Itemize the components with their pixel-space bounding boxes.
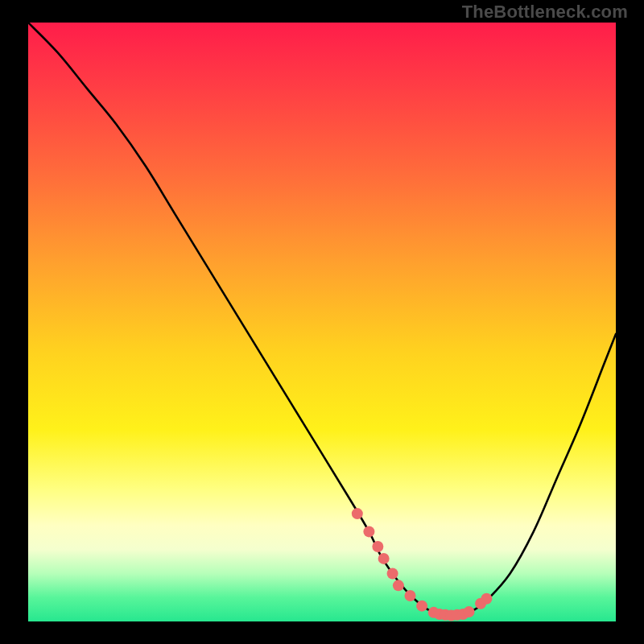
marker-dot — [352, 508, 363, 519]
marker-dot — [416, 601, 427, 612]
marker-dot — [363, 526, 374, 537]
watermark-text: TheBottleneck.com — [462, 2, 628, 23]
marker-dot — [372, 541, 383, 552]
marker-dot — [464, 606, 475, 617]
curve-markers — [352, 508, 493, 621]
marker-dot — [393, 580, 404, 591]
curve-line — [28, 23, 616, 616]
marker-dot — [481, 593, 492, 605]
marker-dot — [405, 590, 416, 601]
chart-frame: TheBottleneck.com — [0, 0, 644, 644]
marker-dot — [387, 568, 398, 579]
marker-dot — [378, 553, 390, 564]
chart-svg — [28, 23, 616, 621]
